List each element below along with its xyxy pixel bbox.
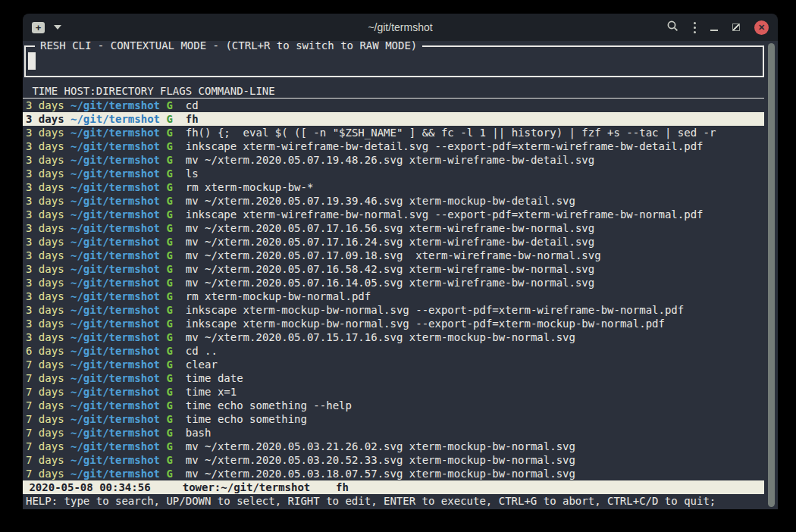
history-row[interactable]: 3 days ~/git/termshot G ls [23, 167, 764, 180]
history-row[interactable]: 3 days ~/git/termshot G mv ~/xterm.2020.… [23, 153, 764, 167]
history-row[interactable]: 3 days ~/git/termshot G fh() {; eval $( … [23, 126, 764, 139]
history-row[interactable]: 3 days ~/git/termshot G mv ~/xterm.2020.… [23, 235, 764, 249]
history-row[interactable]: 3 days ~/git/termshot G fh [23, 112, 764, 126]
titlebar-left: + [32, 22, 191, 33]
history-row[interactable]: 7 days ~/git/termshot G time echo someth… [23, 399, 764, 412]
status-bar: 2020-05-08 00:34:56 tower:~/git/termshot… [23, 480, 764, 494]
desktop: + ~/git/termshot ✕ [0, 0, 796, 532]
new-tab-button[interactable]: + [32, 22, 61, 33]
text-cursor [28, 52, 36, 70]
history-row[interactable]: 3 days ~/git/termshot G mv ~/xterm.2020.… [23, 276, 764, 289]
history-row[interactable]: 7 days ~/git/termshot G mv ~/xterm.2020.… [23, 440, 764, 453]
close-button[interactable]: ✕ [754, 20, 769, 35]
window-title: ~/git/termshot [191, 21, 610, 33]
history-row[interactable]: 7 days ~/git/termshot G time x=1 [23, 385, 764, 399]
search-button[interactable] [666, 20, 679, 36]
history-row[interactable]: 7 days ~/git/termshot G mv ~/xterm.2020.… [23, 467, 764, 480]
chevron-down-icon[interactable] [54, 25, 61, 30]
history-row[interactable]: 7 days ~/git/termshot G time echo someth… [23, 412, 764, 426]
restore-icon [732, 23, 740, 31]
scrollbar[interactable] [764, 41, 778, 509]
menu-button[interactable] [694, 22, 696, 33]
help-bar: HELP: type to search, UP/DOWN to select,… [23, 494, 764, 508]
history-list: 3 days ~/git/termshot G cd3 days ~/git/t… [23, 99, 764, 480]
history-row[interactable]: 3 days ~/git/termshot G inkscape xterm-w… [23, 208, 764, 221]
history-row[interactable]: 3 days ~/git/termshot G mv ~/xterm.2020.… [23, 330, 764, 344]
search-input[interactable]: RESH CLI - CONTEXTUAL MODE - (CTRL+R to … [24, 45, 764, 77]
history-row[interactable]: 3 days ~/git/termshot G mv ~/xterm.2020.… [23, 194, 764, 208]
history-row[interactable]: 7 days ~/git/termshot G mv ~/xterm.2020.… [23, 453, 764, 467]
titlebar[interactable]: + ~/git/termshot ✕ [23, 14, 778, 41]
search-icon [666, 20, 679, 33]
history-row[interactable]: 7 days ~/git/termshot G clear [23, 358, 764, 371]
history-row[interactable]: 3 days ~/git/termshot G mv ~/xterm.2020.… [23, 262, 764, 276]
history-row[interactable]: 7 days ~/git/termshot G bash [23, 426, 764, 440]
history-row[interactable]: 3 days ~/git/termshot G inkscape xterm-w… [23, 139, 764, 153]
search-panel-title: RESH CLI - CONTEXTUAL MODE - (CTRL+R to … [35, 41, 422, 52]
kebab-icon [694, 22, 696, 24]
restore-button[interactable] [732, 20, 740, 34]
minimize-icon [710, 30, 718, 31]
table-header: TIME HOST:DIRECTORY FLAGS COMMAND-LINE [23, 84, 764, 99]
history-row[interactable]: 3 days ~/git/termshot G inkscape xterm-m… [23, 303, 764, 317]
history-row[interactable]: 3 days ~/git/termshot G rm xterm-mockup-… [23, 289, 764, 303]
terminal-window: + ~/git/termshot ✕ [23, 14, 778, 509]
new-tab-icon: + [32, 22, 45, 33]
minimize-button[interactable] [710, 20, 718, 34]
titlebar-right: ✕ [610, 20, 769, 36]
history-row[interactable]: 7 days ~/git/termshot G time date [23, 371, 764, 385]
history-row[interactable]: 3 days ~/git/termshot G mv ~/xterm.2020.… [23, 221, 764, 235]
scrollbar-thumb[interactable] [768, 43, 775, 507]
history-row[interactable]: 6 days ~/git/termshot G cd .. [23, 344, 764, 358]
history-row[interactable]: 3 days ~/git/termshot G mv ~/xterm.2020.… [23, 249, 764, 262]
resh-cli: RESH CLI - CONTEXTUAL MODE - (CTRL+R to … [23, 41, 764, 509]
history-row[interactable]: 3 days ~/git/termshot G inkscape xterm-m… [23, 317, 764, 330]
history-row[interactable]: 3 days ~/git/termshot G rm xterm-mockup-… [23, 180, 764, 194]
history-row[interactable]: 3 days ~/git/termshot G cd [23, 99, 764, 112]
terminal-content[interactable]: RESH CLI - CONTEXTUAL MODE - (CTRL+R to … [23, 41, 778, 509]
